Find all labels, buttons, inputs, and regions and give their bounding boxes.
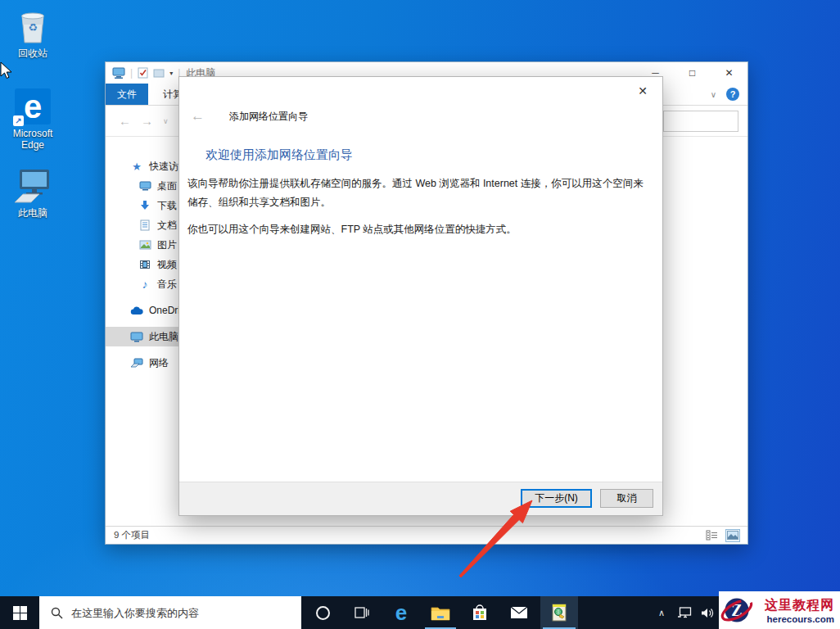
computer-icon (130, 330, 143, 343)
recycle-symbol-icon: ♻ (28, 21, 38, 34)
cortana-icon (316, 606, 330, 620)
search-icon (51, 607, 63, 619)
back-button[interactable]: ← (119, 114, 131, 128)
start-button[interactable] (0, 596, 39, 629)
desktop-icon-microsoft-edge[interactable]: e ↗ Microsoft Edge (0, 88, 65, 151)
file-explorer-icon (431, 605, 450, 621)
system-tray: ∧ (652, 596, 717, 629)
tab-file[interactable]: 文件 (106, 84, 148, 105)
cancel-button[interactable]: 取消 (600, 489, 653, 508)
taskbar-wizard-button[interactable] (540, 596, 578, 629)
watermark-title: 这里教程网 (765, 597, 834, 614)
desktop-icon-label: 此电脑 (0, 207, 65, 219)
next-button[interactable]: 下一步(N) (521, 489, 592, 508)
ribbon-expand-icon[interactable]: ∨ (711, 90, 716, 99)
wizard-description-secondary: 你也可以用这个向导来创建网站、FTP 站点或其他网络位置的快捷方式。 (187, 220, 648, 239)
store-icon (472, 604, 488, 622)
wizard-title: 添加网络位置向导 (229, 110, 308, 124)
tray-show-hidden-icons-button[interactable]: ∧ (652, 596, 671, 629)
tray-network-button[interactable] (675, 596, 694, 629)
add-network-location-wizard: ✕ ← 添加网络位置向导 欢迎使用添加网络位置向导 该向导帮助你注册提供联机存储… (178, 76, 663, 516)
wizard-close-button[interactable]: ✕ (631, 82, 654, 100)
taskbar-edge-button[interactable]: e (385, 596, 418, 629)
video-icon (138, 258, 151, 271)
taskbar-mail-button[interactable] (503, 596, 535, 629)
wizard-footer: 下一步(N) 取消 (179, 482, 662, 515)
desktop-icon-label: 回收站 (0, 48, 65, 59)
watermark: Z 这里教程网 herecours.com (719, 591, 840, 629)
taskbar-store-button[interactable] (463, 596, 496, 629)
quick-access-toolbar: | ▾ | (106, 67, 180, 79)
watermark-logo-icon: Z (720, 593, 754, 627)
taskbar-file-explorer-button[interactable] (422, 596, 458, 629)
picture-icon (138, 238, 151, 251)
explorer-search-input[interactable] (663, 111, 738, 132)
thumbnail-view-button[interactable] (725, 529, 740, 542)
maximize-button[interactable]: □ (674, 62, 711, 84)
shortcut-arrow-icon: ↗ (13, 115, 24, 126)
windows-logo-icon (13, 606, 27, 620)
taskbar-search-input[interactable] (71, 607, 276, 619)
music-icon: ♪ (138, 278, 151, 291)
close-button[interactable]: ✕ (711, 62, 747, 84)
mouse-cursor (0, 61, 13, 79)
network-icon (130, 356, 143, 369)
new-folder-icon[interactable] (153, 68, 165, 78)
network-wizard-icon (551, 604, 567, 622)
wizard-description: 该向导帮助你注册提供联机存储空间的服务。通过 Web 浏览器和 Internet… (187, 174, 648, 212)
help-button[interactable]: ? (726, 88, 739, 101)
network-status-icon (677, 607, 692, 618)
details-view-button[interactable] (704, 529, 719, 542)
watermark-url: herecours.com (767, 614, 834, 624)
download-icon (138, 199, 151, 212)
item-count: 9 个项目 (114, 529, 150, 541)
qat-customize-dropdown-icon[interactable]: ▾ (169, 70, 173, 77)
recycle-bin-icon: ♻ (0, 8, 65, 44)
taskbar-search[interactable] (39, 596, 301, 629)
desktop-icon-this-pc[interactable]: 此电脑 (0, 168, 65, 219)
wizard-heading: 欢迎使用添加网络位置向导 (205, 147, 353, 163)
cloud-icon (130, 304, 143, 317)
task-view-button[interactable] (345, 596, 378, 629)
speaker-icon (701, 607, 715, 619)
tray-volume-button[interactable] (698, 596, 717, 629)
desktop-icon-label: Microsoft Edge (7, 128, 59, 151)
this-pc-icon (0, 168, 65, 204)
status-bar: 9 个项目 (106, 526, 747, 544)
edge-icon: e (395, 600, 407, 626)
recent-locations-icon[interactable]: ∨ (163, 117, 169, 125)
chevron-up-icon: ∧ (658, 608, 665, 618)
mail-icon (510, 606, 528, 619)
forward-button[interactable]: → (141, 114, 153, 128)
edge-icon: e ↗ (15, 88, 51, 124)
cortana-button[interactable] (308, 596, 337, 629)
desktop-icon (138, 179, 151, 192)
computer-icon (112, 67, 125, 79)
properties-icon[interactable] (138, 67, 148, 79)
desktop: ♻ 回收站 e ↗ Microsoft Edge 此电脑 (0, 0, 840, 629)
star-icon: ★ (130, 160, 143, 173)
document-icon (138, 219, 151, 232)
task-view-icon (355, 606, 369, 619)
taskbar: e (0, 596, 840, 629)
wizard-back-icon: ← (191, 108, 205, 124)
desktop-icon-recycle-bin[interactable]: ♻ 回收站 (0, 8, 65, 59)
